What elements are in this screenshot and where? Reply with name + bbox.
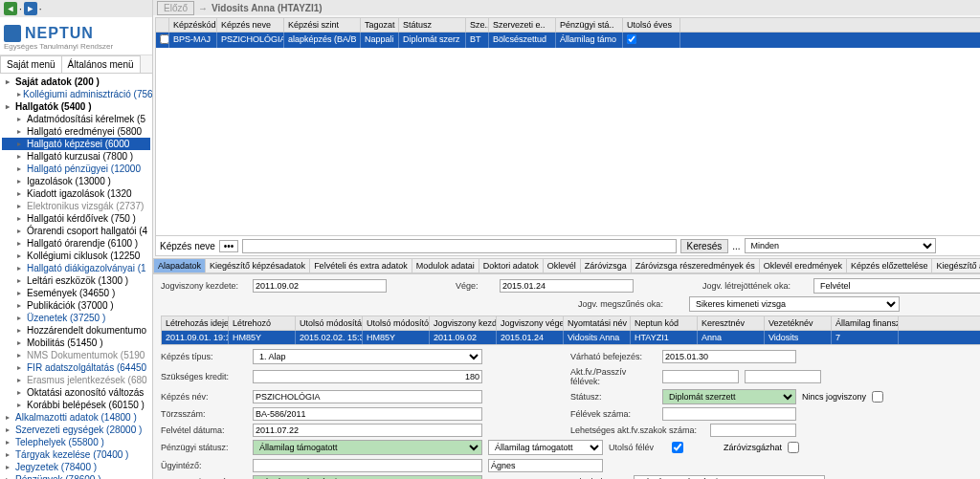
torzsszam-input[interactable] — [253, 407, 482, 421]
varhato-befejezes-input[interactable] — [662, 350, 796, 363]
megszunes-oka-select[interactable]: Sikeres kimeneti vizsga — [689, 296, 900, 312]
tree-item[interactable]: ▸Események (34650 ) — [2, 287, 150, 299]
nav-tree[interactable]: ▸Saját adatok (200 )▸Kollégiumi adminisz… — [0, 74, 152, 479]
detail-tab[interactable]: Oklevél eredmények — [759, 258, 847, 273]
logo: NEPTUN Egységes Tanulmányi Rendszer — [0, 17, 152, 55]
tree-item[interactable]: ▸Hallgató pénzügyei (12000 — [2, 163, 150, 175]
statusz-select[interactable]: Diplomát szerzett — [662, 389, 796, 404]
detail-tab[interactable]: Modulok adatai — [412, 258, 479, 273]
grid-row[interactable]: BPS-MAJPSZICHOLÓGIAalapképzés (BA/BNappa… — [156, 33, 980, 48]
szukseges-kredit-input[interactable] — [253, 370, 482, 383]
detail-tab[interactable]: Kiegészítő adatok — [931, 258, 980, 273]
tree-item[interactable]: ▸Oktatási azonosító változás — [2, 386, 150, 399]
tree-item[interactable]: ▸Szervezeti egységek (28000 ) — [2, 424, 150, 436]
tree-item[interactable]: ▸Adatmódosítási kérelmek (5 — [2, 113, 150, 125]
tab-general-menu[interactable]: Általános menü — [61, 55, 141, 73]
detail-tab[interactable]: Felvételi és extra adatok — [309, 258, 412, 273]
prev-button[interactable]: Előző — [157, 1, 194, 15]
search-button[interactable]: Keresés — [680, 239, 729, 253]
zarovizsgazhat-checkbox[interactable] — [788, 442, 799, 453]
tab-own-menu[interactable]: Saját menü — [0, 55, 62, 73]
felvetel-datuma-input[interactable] — [253, 424, 482, 437]
telephely-input[interactable] — [634, 475, 825, 479]
nav-fwd-icon[interactable]: ► — [24, 2, 37, 15]
kepzes-tipus-select[interactable]: 1. Alap — [253, 349, 482, 364]
tree-item[interactable]: ▸Órarendi csoport hallgatói (4 — [2, 225, 150, 237]
tree-item[interactable]: ▸Publikációk (37000 ) — [2, 299, 150, 312]
tree-item[interactable]: ▸Tárgyak kezelése (70400 ) — [2, 448, 150, 461]
nav-back-icon[interactable]: ◄ — [4, 2, 17, 15]
filter-select[interactable]: Minden — [745, 238, 936, 253]
tree-item[interactable]: ▸Saját adatok (200 ) — [2, 76, 150, 88]
jogv-kezdete-input[interactable] — [253, 279, 387, 293]
detail-tab[interactable]: Doktori adatok — [479, 258, 544, 273]
tree-item[interactable]: ▸Korábbi belépések (60150 ) — [2, 399, 150, 411]
tree-item[interactable]: ▸Kiadott igazolások (1320 — [2, 187, 150, 200]
nincs-jogviszony-checkbox[interactable] — [872, 391, 883, 403]
ugyintezo2-input[interactable] — [488, 459, 603, 472]
tree-item[interactable]: ▸Telephelyek (55800 ) — [2, 436, 150, 448]
tree-item[interactable]: ▸Hallgatók (5400 ) — [2, 100, 150, 113]
tree-item[interactable]: ▸Hallgató képzései (6000 — [2, 138, 150, 150]
detail-tab[interactable]: Kiegészítő képzésadatok — [205, 258, 310, 273]
passziv-felev-input[interactable] — [745, 370, 821, 383]
utolso-felev-checkbox[interactable] — [672, 442, 683, 453]
tree-item[interactable]: ▸Leltári eszközök (1300 ) — [2, 274, 150, 287]
tree-item[interactable]: ▸Hozzárendelt dokumentumo — [2, 324, 150, 337]
tree-item[interactable]: ▸Alkalmazotti adatok (14800 ) — [2, 411, 150, 424]
detail-tab[interactable]: Alapadatok — [153, 258, 206, 273]
detail-tab[interactable]: Képzés előzettelése — [846, 258, 933, 273]
tree-item[interactable]: ▸Hallgató diákigazolványai (1 — [2, 262, 150, 274]
tree-item[interactable]: ▸Üzenetek (37250 ) — [2, 312, 150, 324]
akt-felev-input[interactable] — [662, 370, 739, 383]
tree-item[interactable]: ▸Mobilitás (51450 ) — [2, 337, 150, 349]
tree-item[interactable]: ▸Kollégiumi adminisztráció (756) — [2, 88, 150, 100]
tree-item[interactable]: ▸FIR adatszolgáltatás (64450 — [2, 361, 150, 374]
search-label: Képzés neve — [160, 241, 215, 251]
tree-item[interactable]: ▸Hallgató kurzusai (7800 ) — [2, 150, 150, 163]
szervezeti-egyseg-input[interactable] — [253, 475, 482, 479]
tree-item[interactable]: ▸Pénzügyek (78600 ) — [2, 473, 150, 479]
penzugyi-statusz-select[interactable]: Államilag támogatott — [253, 440, 482, 455]
tree-item[interactable]: ▸NMS Dokumentumok (5190 — [2, 349, 150, 361]
grid-header: KépzéskódKépzés neveKépzési szintTagozat… — [156, 18, 980, 33]
vege-input[interactable] — [500, 279, 634, 293]
tree-item[interactable]: ▸Hallgató órarendje (6100 ) — [2, 237, 150, 250]
ugyintezo-input[interactable] — [253, 459, 482, 472]
detail-tab[interactable]: Záróvizsga részeredmények és — [631, 258, 760, 273]
tree-item[interactable]: ▸Elektronikus vizsgák (2737) — [2, 200, 150, 212]
detail-tabs[interactable]: AlapadatokKiegészítő képzésadatokFelvéte… — [153, 258, 980, 274]
felevek-szama-input[interactable] — [662, 407, 796, 421]
tree-item[interactable]: ▸Igazolások (13000 ) — [2, 175, 150, 187]
kepzes-nev-input[interactable] — [253, 390, 482, 403]
tree-item[interactable]: ▸Erasmus jelentkezések (680 — [2, 374, 150, 386]
lehetseges-szakok-input[interactable] — [710, 424, 796, 437]
search-input[interactable] — [242, 239, 676, 253]
allamilag-select[interactable]: Államilag támogatott — [488, 440, 603, 455]
tree-item[interactable]: ▸Kollégiumi ciklusok (12250 — [2, 250, 150, 262]
detail-tab[interactable]: Záróvizsga — [580, 258, 632, 273]
tree-item[interactable]: ▸Hallgató eredményei (5800 — [2, 125, 150, 138]
detail-tab[interactable]: Oklevél — [543, 258, 581, 273]
letrejott-oka-select[interactable]: Felvétel — [813, 278, 980, 294]
tree-item[interactable]: ▸Jegyzetek (78400 ) — [2, 461, 150, 473]
tree-item[interactable]: ▸Hallgatói kérdőívek (750 ) — [2, 212, 150, 225]
subgrid-row[interactable]: 2011.09.01. 19:13HM85Y2015.02.02. 15:34H… — [162, 331, 980, 344]
